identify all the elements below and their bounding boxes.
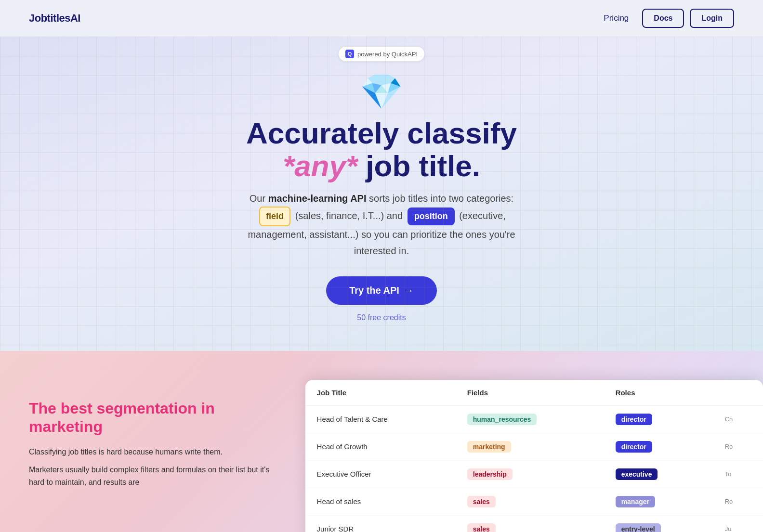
subtitle-intro: Our [250, 193, 268, 204]
cta-label: Try the API [349, 285, 399, 296]
subtitle-mid: sorts job titles into two categories: [366, 193, 513, 204]
hero-title-line2: job title. [366, 149, 480, 182]
login-button[interactable]: Login [690, 9, 734, 28]
jobs-table: Job Title Fields Roles Head of Talent & … [305, 380, 763, 532]
job-title-cell: Head of sales [305, 488, 456, 515]
job-title-cell: Executive Officer [305, 460, 456, 488]
position-badge: position [408, 208, 455, 225]
table-row: Head of Growth marketing director Ro [305, 433, 763, 460]
role-tag: director [616, 414, 652, 425]
hero-title-highlight: *any* [283, 149, 357, 182]
extra-cell: Ch [713, 405, 763, 433]
cta-arrow-icon: → [404, 285, 414, 296]
field-cell: leadership [456, 460, 604, 488]
role-tag: manager [616, 496, 655, 507]
role-cell: entry-level [604, 515, 713, 532]
extra-cell: To [713, 460, 763, 488]
job-title-cell: Head of Growth [305, 433, 456, 460]
field-tag: sales [467, 523, 496, 532]
col-fields: Fields [456, 380, 604, 406]
bottom-para1: Classifying job titles is hard because h… [29, 446, 276, 458]
bottom-heading: The best segmentation in marketing [29, 399, 276, 436]
role-tag: entry-level [616, 523, 661, 532]
job-title-cell: Head of Talent & Care [305, 405, 456, 433]
role-cell: director [604, 405, 713, 433]
powered-by-label: powered by QuickAPI [357, 51, 418, 58]
subtitle-field-desc: (sales, finance, I.T...) and [292, 210, 406, 221]
logo[interactable]: JobtitlesAI [29, 12, 80, 25]
role-tag: director [616, 441, 652, 453]
quickapi-icon: Q [345, 50, 354, 58]
field-tag: marketing [467, 441, 511, 453]
jobs-table-container: Job Title Fields Roles Head of Talent & … [305, 380, 763, 532]
pricing-link[interactable]: Pricing [596, 10, 636, 27]
role-cell: manager [604, 488, 713, 515]
table-row: Head of Talent & Care human_resources di… [305, 405, 763, 433]
job-title-cell: Junior SDR [305, 515, 456, 532]
field-tag: human_resources [467, 414, 537, 425]
nav-links: Pricing Docs Login [596, 9, 734, 28]
extra-cell: Ju [713, 515, 763, 532]
col-roles: Roles [604, 380, 713, 406]
field-cell: sales [456, 488, 604, 515]
field-cell: human_resources [456, 405, 604, 433]
free-credits-label: 50 free credits [29, 313, 734, 322]
extra-cell: Ro [713, 488, 763, 515]
hero-title-line1: Accurately classify [246, 117, 517, 150]
hero-title: Accurately classify *any* job title. [29, 117, 734, 182]
hero-section: Q powered by QuickAPI 💎 Accurately class… [0, 37, 763, 351]
role-cell: director [604, 433, 713, 460]
field-cell: sales [456, 515, 604, 532]
col-extra [713, 380, 763, 406]
navbar: JobtitlesAI Pricing Docs Login [0, 0, 763, 37]
field-badge: field [259, 207, 290, 226]
table-row: Head of sales sales manager Ro [305, 488, 763, 515]
table-row: Junior SDR sales entry-level Ju [305, 515, 763, 532]
docs-button[interactable]: Docs [642, 9, 684, 28]
gem-icon: 💎 [29, 71, 734, 112]
col-job-title: Job Title [305, 380, 456, 406]
role-cell: executive [604, 460, 713, 488]
cta-button[interactable]: Try the API → [326, 276, 437, 305]
bottom-section: The best segmentation in marketing Class… [0, 351, 763, 532]
bottom-left: The best segmentation in marketing Class… [0, 380, 305, 514]
table-row: Executive Officer leadership executive T… [305, 460, 763, 488]
table-header-row: Job Title Fields Roles [305, 380, 763, 406]
field-tag: leadership [467, 468, 513, 480]
subtitle-bold: machine-learning API [268, 193, 367, 204]
hero-subtitle: Our machine-learning API sorts job title… [232, 190, 531, 259]
extra-cell: Ro [713, 433, 763, 460]
field-cell: marketing [456, 433, 604, 460]
field-tag: sales [467, 496, 496, 507]
powered-badge: Q powered by QuickAPI [338, 46, 425, 62]
bottom-para2: Marketers usually build complex filters … [29, 464, 276, 488]
role-tag: executive [616, 468, 658, 480]
